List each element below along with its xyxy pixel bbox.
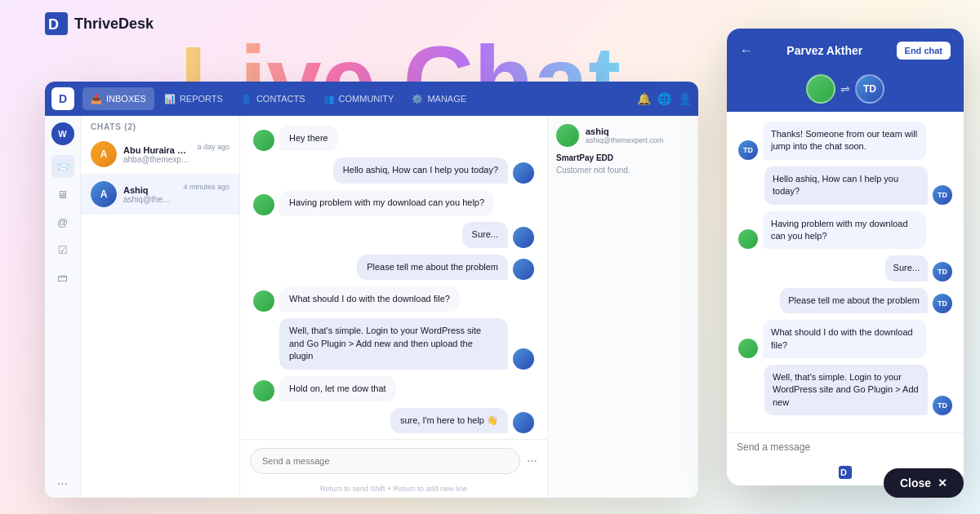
avatar-circle-1: A bbox=[91, 181, 117, 207]
widget-user-avatar bbox=[806, 74, 835, 104]
widget-message-input[interactable] bbox=[737, 441, 954, 453]
msg-row-6: Well, that's simple. Login to your WordP… bbox=[253, 318, 534, 369]
nav-community-label: COMMUNITY bbox=[339, 94, 394, 104]
nav-item-contacts[interactable]: 👤 CONTACTS bbox=[233, 87, 314, 110]
w-avatar-0: TD bbox=[738, 140, 758, 160]
widget-end-chat-btn[interactable]: End chat bbox=[897, 42, 951, 60]
at-sidebar-btn[interactable]: @ bbox=[51, 210, 74, 233]
svg-text:D: D bbox=[48, 16, 59, 33]
close-button[interactable]: Close ✕ bbox=[884, 468, 964, 498]
w-avatar-2 bbox=[738, 229, 758, 249]
widget-avatar-row: ⇌ TD bbox=[727, 69, 964, 112]
msg-bubble-1: Hello ashiq, How can I help you today? bbox=[333, 157, 508, 183]
chat-input-area: ··· bbox=[240, 439, 547, 482]
w-msg-1: TD Hello ashiq, How can I help you today… bbox=[738, 166, 952, 205]
widget-agent-avatar: TD bbox=[855, 74, 884, 104]
nav-bar: D 📥 INBOXES 📊 REPORTS 👤 CONTACTS 👥 COMMU… bbox=[45, 82, 698, 116]
nav-item-inboxes[interactable]: 📥 INBOXES bbox=[82, 87, 154, 110]
chat-item-0[interactable]: A Abu Huraira Bin Aman ahba@themexpert.c… bbox=[81, 135, 239, 175]
chat-message-input[interactable] bbox=[250, 448, 520, 474]
user-icon[interactable]: 👤 bbox=[678, 92, 692, 105]
w-bubble-5: What should I do with the download file? bbox=[763, 320, 926, 358]
inbox-sidebar-btn[interactable]: 📨 bbox=[51, 155, 74, 178]
msg-bubble-0: Hey there bbox=[279, 126, 338, 151]
contact-panel: ashiq ashiq@themexpert.com SmartPay EDD … bbox=[547, 116, 698, 498]
monitor-sidebar-btn[interactable]: 🖥 bbox=[51, 183, 74, 206]
nav-manage-label: MANAGE bbox=[427, 94, 466, 104]
avatar-circle-0: A bbox=[91, 141, 117, 167]
contact-name: ashiq bbox=[586, 126, 663, 136]
msg-bubble-6: Well, that's simple. Login to your WordP… bbox=[279, 318, 508, 369]
close-x-icon: ✕ bbox=[938, 476, 947, 490]
chat-messages: Hey there Hello ashiq, How can I help yo… bbox=[240, 116, 547, 439]
msg-avatar-1 bbox=[513, 162, 534, 184]
w-bubble-0: Thanks! Someone from our team will jump … bbox=[763, 122, 926, 160]
w-avatar-5 bbox=[738, 339, 758, 358]
svg-text:D: D bbox=[840, 467, 847, 477]
more-sidebar-btn[interactable]: ··· bbox=[57, 476, 68, 491]
msg-bubble-3: Sure... bbox=[462, 222, 508, 247]
widget-back-btn[interactable]: ← bbox=[740, 43, 753, 58]
msg-avatar-3 bbox=[513, 227, 534, 248]
chat-window: Hey there Hello ashiq, How can I help yo… bbox=[240, 116, 547, 498]
nav-inboxes-label: INBOXES bbox=[106, 94, 146, 104]
nav-contacts-label: CONTACTS bbox=[256, 94, 305, 104]
w-bubble-3: Sure... bbox=[885, 255, 928, 281]
widget-swap-icon: ⇌ bbox=[840, 82, 850, 95]
globe-icon[interactable]: 🌐 bbox=[657, 92, 671, 105]
w-avatar-6: TD bbox=[933, 396, 952, 415]
msg-bubble-7: Hold on, let me dow that bbox=[279, 376, 396, 401]
notification-icon[interactable]: 🔔 bbox=[637, 92, 651, 105]
w-avatar-3: TD bbox=[933, 262, 952, 281]
chat-name-0: Abu Huraira Bin Aman bbox=[123, 145, 190, 155]
msg-bubble-5: What should I do with the download file? bbox=[279, 286, 460, 312]
msg-row-2: Having problem with my download can you … bbox=[253, 190, 534, 215]
sidebar-icons: W 📨 🖥 @ ☑ 🗃 ··· bbox=[45, 116, 81, 498]
chat-name-1: Ashiq bbox=[123, 185, 176, 195]
msg-bubble-8: sure, I'm here to help 👋 bbox=[390, 408, 508, 433]
msg-row-4: Please tell me about the problem bbox=[253, 255, 534, 280]
contact-not-found: Customer not found. bbox=[556, 166, 690, 175]
widget-input-area bbox=[727, 432, 964, 461]
nav-item-community[interactable]: 👥 COMMUNITY bbox=[315, 87, 403, 110]
chat-list-header: CHATS (2) bbox=[81, 116, 239, 135]
msg-row-1: Hello ashiq, How can I help you today? bbox=[253, 157, 534, 183]
chat-avatar-1: A bbox=[91, 181, 117, 207]
msg-avatar-2 bbox=[253, 194, 274, 215]
w-msg-3: TD Sure... bbox=[738, 255, 952, 281]
contacts-icon: 👤 bbox=[241, 94, 252, 104]
app-body: W 📨 🖥 @ ☑ 🗃 ··· CHATS (2) A Abu Huraira … bbox=[45, 116, 698, 498]
msg-avatar-7 bbox=[253, 380, 274, 401]
live-chat-widget: ← Parvez Akther End chat ⇌ TD TD Thanks!… bbox=[727, 29, 964, 485]
close-label: Close bbox=[900, 476, 931, 490]
w-bubble-4: Please tell me about the problem bbox=[780, 288, 928, 313]
w-bubble-2: Having problem with my download can you … bbox=[763, 211, 926, 250]
brand-icon: D bbox=[45, 12, 68, 35]
nav-logo: D bbox=[51, 87, 74, 110]
chat-hint: Return to send Shift + Return to add new… bbox=[240, 482, 547, 498]
brand-header: D ThriveDesk bbox=[45, 12, 154, 35]
checklist-sidebar-btn[interactable]: ☑ bbox=[51, 238, 74, 261]
nav-reports-label: REPORTS bbox=[180, 94, 223, 104]
nav-item-reports[interactable]: 📊 REPORTS bbox=[156, 87, 231, 110]
chat-more-icon[interactable]: ··· bbox=[527, 454, 537, 468]
contact-name-email: ashiq ashiq@themexpert.com bbox=[586, 126, 663, 144]
chat-item-1[interactable]: A Ashiq ashiq@themexpert.com 4 minutes a… bbox=[81, 175, 239, 215]
user-avatar-sidebar[interactable]: W bbox=[51, 122, 74, 145]
app-window: D 📥 INBOXES 📊 REPORTS 👤 CONTACTS 👥 COMMU… bbox=[45, 82, 698, 498]
msg-bubble-4: Please tell me about the problem bbox=[357, 255, 508, 280]
archive-sidebar-btn[interactable]: 🗃 bbox=[51, 266, 74, 289]
chat-avatar-0: A bbox=[91, 141, 117, 167]
nav-item-manage[interactable]: ⚙️ MANAGE bbox=[403, 87, 474, 110]
msg-avatar-4 bbox=[513, 259, 534, 280]
msg-row-7: Hold on, let me dow that bbox=[253, 376, 534, 401]
contact-avatar bbox=[556, 124, 579, 147]
w-msg-2: Having problem with my download can you … bbox=[738, 211, 952, 250]
chat-email-1: ashiq@themexpert.com bbox=[123, 195, 176, 204]
widget-messages: TD Thanks! Someone from our team will ju… bbox=[727, 112, 964, 432]
msg-row-5: What should I do with the download file? bbox=[253, 286, 534, 312]
w-msg-6: TD Well, that's simple. Login to your Wo… bbox=[738, 365, 952, 415]
brand-name: ThriveDesk bbox=[74, 16, 154, 33]
w-msg-5: What should I do with the download file? bbox=[738, 320, 952, 358]
nav-actions: 🔔 🌐 👤 bbox=[637, 92, 692, 105]
